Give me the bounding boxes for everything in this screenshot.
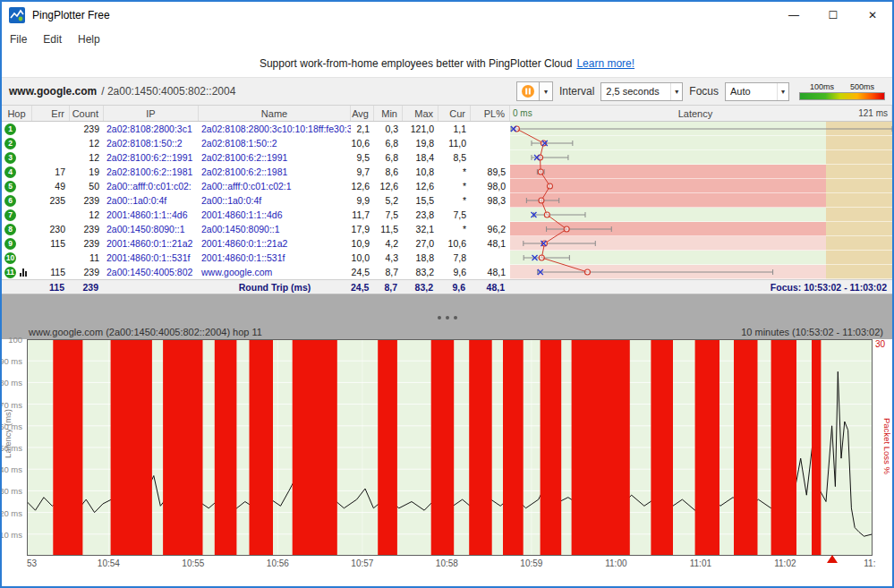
pl-cell [471,150,510,165]
min-cell: 4,2 [374,236,403,251]
hop-number-badge: 7 [4,209,16,221]
avg-cell: 12,6 [351,179,374,193]
name-cell: 2a00::1a0:0:4f [199,193,351,208]
name-cell: 2a00::afff:0:c01:c02:1 [199,179,351,193]
table-row[interactable]: 2122a02:8108:1:50::22a02:8108:1:50::210,… [2,136,892,150]
ip-cell: 2001:4860:0:1::531f [104,251,199,265]
header-ip[interactable]: IP [104,106,199,121]
header-hop[interactable]: Hop [2,106,32,121]
pl-cell: 98,0 [471,179,510,193]
header-pl[interactable]: PL% [471,106,510,121]
ip-cell: 2001:4860:1:1::4d6 [104,208,199,222]
learn-more-link[interactable]: Learn more! [576,57,634,70]
table-row[interactable]: 111152392a00:1450:4005:802www.google.com… [2,265,892,279]
summary-focus-range: Focus: 10:53:02 - 11:03:02 [510,280,892,294]
avg-cell: 17,9 [351,222,374,236]
table-row[interactable]: 549502a00::afff:0:c01:c02:2a00::afff:0:c… [2,179,892,193]
maximize-button[interactable]: ☐ [813,2,853,29]
hop-cell: 7 [2,208,32,222]
header-avg[interactable]: Avg [351,106,374,121]
header-latency[interactable]: 0 ms Latency 121 ms [510,106,892,121]
count-cell: 11 [70,251,104,265]
ip-cell: 2a00::1a0:0:4f [104,193,199,208]
header-min[interactable]: Min [374,106,403,121]
y-axis-tick: 30 ms [0,486,22,496]
timeline-chart[interactable] [27,339,873,556]
latency-minigraph[interactable] [510,193,892,208]
latency-minigraph[interactable] [510,208,892,222]
pause-dropdown-button[interactable]: ▾ [540,81,553,101]
hop-number-badge: 3 [4,152,16,164]
name-cell: 2a02:8108:1:50::2 [199,136,351,150]
x-axis-tick: 10:55 [182,558,204,568]
minimize-button[interactable]: — [774,2,813,29]
panel-splitter[interactable]: www.google.com (2a00:1450:4005:802::2004… [2,294,892,339]
latency-minigraph[interactable] [510,265,892,279]
table-row[interactable]: 3122a02:8100:6:2::19912a02:8100:6:2::199… [2,150,892,165]
promo-banner: Support work-from-home employees better … [2,50,892,77]
promo-text: Support work-from-home employees better … [260,57,573,70]
summary-avg: 24,5 [351,280,374,294]
max-cell: 121,0 [403,122,438,136]
summary-max: 83,2 [403,280,438,294]
table-row[interactable]: 417192a02:8100:6:2::19812a02:8100:6:2::1… [2,165,892,179]
header-name[interactable]: Name [199,106,351,121]
latency-scale-max: 121 ms [858,108,891,118]
name-cell: 2001:4860:0:1::531f [199,251,351,265]
min-cell: 12,6 [374,179,403,193]
table-row[interactable]: 7122001:4860:1:1::4d62001:4860:1:1::4d61… [2,208,892,222]
interval-select[interactable]: 2,5 seconds ▾ [600,82,683,101]
latency-minigraph[interactable] [510,122,892,136]
cur-cell: 10,6 [438,236,471,251]
avg-cell: 2,1 [351,122,374,136]
hop-cell: 10 [2,251,32,265]
err-cell [32,208,70,222]
latency-minigraph[interactable] [510,150,892,165]
pl-cell [471,208,510,222]
menu-edit[interactable]: Edit [35,33,70,46]
avg-cell: 9,5 [351,150,374,165]
cur-cell: 7,8 [438,251,471,265]
err-cell: 235 [32,193,70,208]
header-max[interactable]: Max [403,106,438,121]
menu-file[interactable]: File [2,33,35,46]
latency-minigraph[interactable] [510,179,892,193]
pl-cell [471,122,510,136]
menu-help[interactable]: Help [70,33,108,46]
count-cell: 12 [70,136,104,150]
header-count[interactable]: Count [70,106,104,121]
pl-cell [471,251,510,265]
splitter-handle-icon[interactable] [438,316,457,320]
table-row[interactable]: 62352392a00::1a0:0:4f2a00::1a0:0:4f9,95,… [2,193,892,208]
header-cur[interactable]: Cur [438,106,471,121]
header-err[interactable]: Err [32,106,70,121]
close-button[interactable]: ✕ [853,2,892,29]
ip-cell: 2a02:8100:6:2::1981 [104,165,199,179]
hop-number-badge: 9 [4,238,16,250]
latency-minigraph[interactable] [510,136,892,150]
cur-cell: * [438,193,471,208]
latency-minigraph[interactable] [510,222,892,236]
table-row[interactable]: 12392a02:8108:2800:3c12a02:8108:2800:3c1… [2,122,892,136]
min-cell: 6,8 [374,136,403,150]
interval-value: 2,5 seconds [606,86,659,97]
min-cell: 11,5 [374,222,403,236]
hop-table-header: Hop Err Count IP Name Avg Min Max Cur PL… [2,106,892,122]
pl-cell: 96,2 [471,222,510,236]
latency-minigraph[interactable] [510,165,892,179]
focus-select[interactable]: Auto ▾ [725,82,789,101]
y-axis-tick: 40 ms [0,464,22,474]
table-row[interactable]: 91152392001:4860:0:1::21a22001:4860:0:1:… [2,236,892,251]
latency-minigraph[interactable] [510,251,892,265]
ip-cell: 2a02:8108:1:50::2 [104,136,199,150]
summary-row[interactable]: 115 239 Round Trip (ms) 24,5 8,7 83,2 9,… [2,279,892,294]
avg-cell: 10,6 [351,136,374,150]
count-cell: 239 [70,122,104,136]
pause-button[interactable] [516,81,540,101]
table-row[interactable]: 10112001:4860:0:1::531f2001:4860:0:1::53… [2,251,892,265]
time-cursor-icon[interactable] [827,555,838,563]
avg-cell: 24,5 [351,265,374,279]
table-row[interactable]: 82302392a00:1450:8090::12a00:1450:8090::… [2,222,892,236]
count-cell: 239 [70,222,104,236]
latency-minigraph[interactable] [510,236,892,251]
